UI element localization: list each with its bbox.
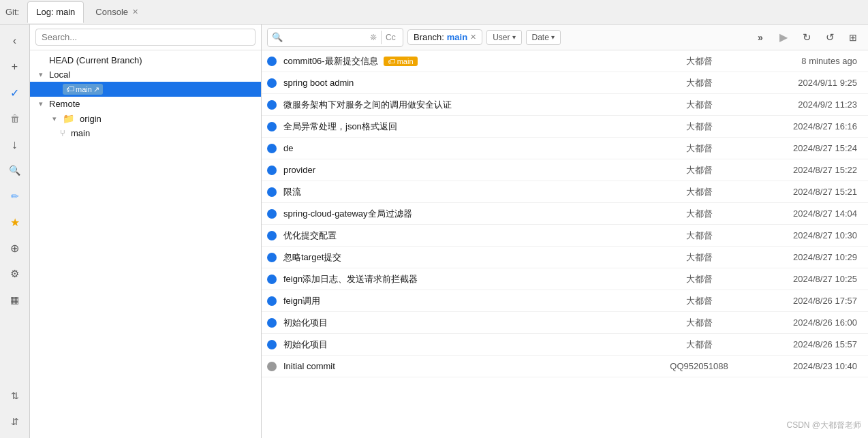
commit-date: 2024/9/2 11:23 [740, 99, 863, 110]
commit-author: 大都督 [658, 317, 740, 329]
branch-filter-name: main [447, 32, 467, 42]
back-icon-btn[interactable]: ‹ [4, 30, 26, 52]
filter-icon[interactable]: ❊ [370, 33, 377, 42]
date-label: Date [532, 33, 549, 42]
delete-icon-btn[interactable]: 🗑 [4, 108, 26, 129]
search-icon[interactable]: 🔍 [272, 32, 283, 42]
remote-toggle[interactable]: ▾ [35, 99, 46, 108]
settings-icon-btn[interactable]: ⚙ [4, 263, 26, 285]
tree-item-main[interactable]: 🏷 main ↗ [30, 82, 261, 97]
user-filter-btn[interactable]: User ▾ [486, 30, 521, 45]
commit-dot [267, 144, 277, 153]
remote-label: Remote [49, 99, 80, 109]
commit-date: 2024/8/27 10:29 [740, 252, 863, 262]
git-label: Git: [5, 7, 19, 17]
case-icon[interactable]: Cc [386, 33, 396, 42]
refresh-btn[interactable]: ↻ [797, 28, 816, 47]
add-icon-btn[interactable]: + [4, 56, 26, 78]
commit-row[interactable]: feign调用大都督2024/8/26 17:57 [262, 290, 868, 312]
commit-message: feign添加日志、发送请求前拦截器 [283, 273, 658, 285]
branch-panel: HEAD (Current Branch) ▾ Local 🏷 main ↗ [30, 25, 262, 438]
tree-item-head[interactable]: HEAD (Current Branch) [30, 53, 261, 67]
sort2-icon-btn[interactable]: ⇵ [4, 411, 26, 433]
commit-row[interactable]: 忽略target提交大都督2024/8/27 10:29 [262, 247, 868, 268]
tree-item-remote-main[interactable]: ⑂ main [30, 126, 261, 140]
search-icon-btn[interactable]: 🔍 [4, 159, 26, 181]
commit-dot [267, 362, 277, 371]
undo-btn[interactable]: ↺ [820, 28, 839, 47]
commit-row[interactable]: 优化提交配置大都督2024/8/27 10:30 [262, 225, 868, 247]
date-filter-btn[interactable]: Date ▾ [526, 30, 561, 45]
commit-row[interactable]: spring boot admin大都督2024/9/11 9:25 [262, 72, 868, 94]
remote-main-label: main [71, 128, 90, 138]
tab-console[interactable]: Console ✕ [87, 1, 147, 23]
commit-date: 2024/8/27 10:25 [740, 274, 863, 284]
commit-date: 2024/8/26 17:57 [740, 296, 863, 306]
commit-row[interactable]: commit06-最新提交信息🏷 main大都督8 minutes ago [262, 50, 868, 72]
commit-row[interactable]: 全局异常处理，json格式返回大都督2024/8/27 16:16 [262, 116, 868, 138]
commit-message: 全局异常处理，json格式返回 [283, 121, 658, 133]
commit-row[interactable]: 初始化项目大都督2024/8/26 16:00 [262, 312, 868, 334]
commit-date: 2024/8/26 16:00 [740, 317, 863, 328]
commit-search-input[interactable] [285, 32, 367, 42]
commit-author: 大都督 [658, 121, 740, 133]
commit-author: 大都督 [658, 164, 740, 176]
commit-message: feign调用 [283, 295, 658, 307]
commit-author: 大都督 [658, 77, 740, 89]
commit-dot [267, 209, 277, 219]
app-container: Git: Log: main Console ✕ ‹ + ✓ 🗑 ↓ 🔍 ✏ ★… [0, 0, 868, 438]
commit-row[interactable]: 初始化项目大都督2024/8/26 15:57 [262, 334, 868, 356]
branch-filter[interactable]: Branch: main ✕ [407, 29, 482, 45]
branch-search-input[interactable] [35, 29, 255, 46]
commit-author: 大都督 [658, 208, 740, 220]
commit-author: 大都督 [658, 186, 740, 198]
branch-filter-close[interactable]: ✕ [470, 33, 476, 42]
main-branch-tag: 🏷 main ↗ [63, 84, 103, 95]
commit-author: 大都督 [658, 230, 740, 242]
commit-message: spring-cloud-gateway全局过滤器 [283, 208, 658, 220]
fetch-icon-btn[interactable]: ↓ [4, 134, 26, 155]
check-icon-btn[interactable]: ✓ [4, 82, 26, 104]
commit-dot [267, 78, 277, 88]
split-btn[interactable]: ⊞ [843, 28, 863, 47]
commit-dot [267, 231, 277, 240]
commit-message: 忽略target提交 [283, 251, 658, 264]
local-label: Local [49, 69, 70, 80]
commit-message: 初始化项目 [283, 339, 658, 351]
plugin-icon-btn[interactable]: ⊕ [4, 237, 26, 259]
commit-row[interactable]: Initial commitQQ9520510882024/8/23 10:40 [262, 356, 868, 377]
branch-search-bar [30, 25, 261, 50]
tab-log-label: Log: main [36, 7, 75, 17]
commit-author: 大都督 [658, 142, 740, 155]
local-toggle[interactable]: ▾ [35, 70, 46, 79]
repo-icon-btn[interactable]: ▦ [4, 289, 26, 311]
more-btn[interactable]: » [751, 28, 770, 47]
commit-author: 大都督 [658, 251, 740, 264]
run-btn[interactable]: ▶ [774, 28, 793, 47]
commit-message: Initial commit [283, 361, 658, 371]
commit-row[interactable]: feign添加日志、发送请求前拦截器大都督2024/8/27 10:25 [262, 268, 868, 290]
commit-badge: 🏷 main [384, 57, 418, 66]
star-icon-btn[interactable]: ★ [4, 211, 26, 233]
tab-log[interactable]: Log: main [27, 1, 84, 23]
tree-item-remote[interactable]: ▾ Remote [30, 97, 261, 111]
commit-dot [267, 122, 277, 131]
edit-icon-btn[interactable]: ✏ [4, 185, 26, 207]
commit-row[interactable]: 微服务架构下对服务之间的调用做安全认证大都督2024/9/2 11:23 [262, 94, 868, 116]
commit-row[interactable]: 限流大都督2024/8/27 15:21 [262, 181, 868, 203]
origin-label: origin [80, 114, 102, 124]
user-dropdown-icon: ▾ [512, 33, 516, 41]
origin-toggle[interactable]: ▾ [49, 114, 60, 123]
commit-dot [267, 187, 277, 197]
commit-dot [267, 100, 277, 110]
commit-row[interactable]: de大都督2024/8/27 15:24 [262, 138, 868, 159]
tab-console-close[interactable]: ✕ [132, 7, 138, 16]
tree-item-origin[interactable]: ▾ 📁 origin [30, 111, 261, 126]
commit-date: 2024/8/27 14:04 [740, 208, 863, 219]
tree-item-local[interactable]: ▾ Local [30, 67, 261, 82]
remote-branch-icon: ⑂ [60, 128, 65, 138]
commit-author: 大都督 [658, 273, 740, 285]
commit-row[interactable]: provider大都督2024/8/27 15:22 [262, 159, 868, 181]
sort1-icon-btn[interactable]: ⇅ [4, 385, 26, 407]
commit-row[interactable]: spring-cloud-gateway全局过滤器大都督2024/8/27 14… [262, 203, 868, 225]
